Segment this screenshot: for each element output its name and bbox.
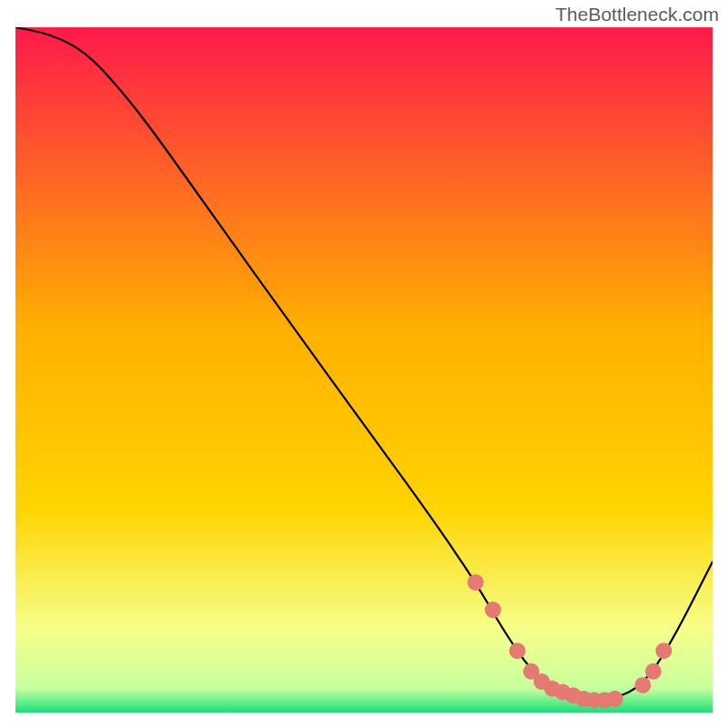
chart-container: TheBottleneck.com [0,0,728,728]
data-point [485,602,501,618]
watermark-text: TheBottleneck.com [555,4,719,25]
data-point [468,574,484,591]
gradient-background [15,27,713,713]
data-point [645,663,662,680]
data-point [634,677,651,693]
data-point [655,642,672,659]
plot-area [15,27,713,713]
data-point [607,691,623,707]
data-point [510,642,526,659]
chart-svg [15,27,713,713]
